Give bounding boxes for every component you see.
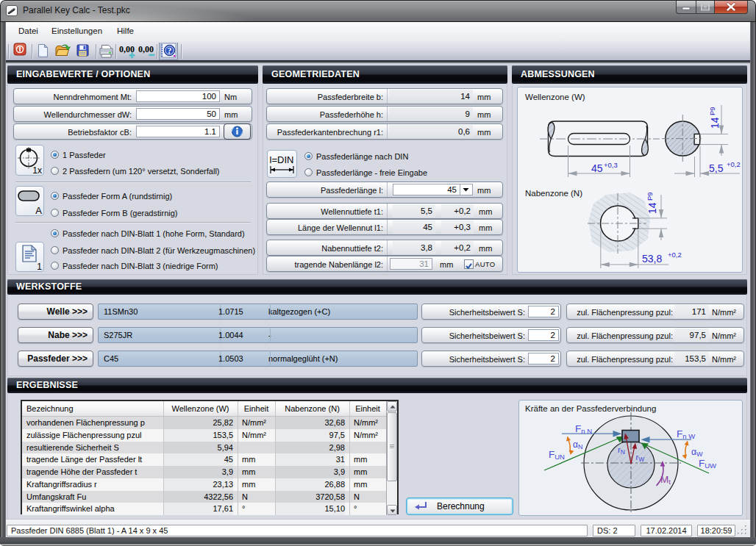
svg-text:FUW: FUW [699,458,716,470]
svg-text:FUN: FUN [549,449,565,461]
svg-text:1x: 1x [32,165,42,175]
svg-text:Fn N: Fn N [575,423,592,435]
svg-text:0,00: 0,00 [138,44,154,54]
svg-text:14: 14 [709,117,721,129]
svg-text:Fn W: Fn W [677,428,695,440]
svg-text:+0,2: +0,2 [727,160,741,168]
svg-text:1: 1 [37,262,42,271]
svg-text:Kräfte an der Passfederverbind: Kräfte an der Passfederverbindung [525,404,656,413]
svg-text:Wellenzone (W): Wellenzone (W) [525,93,585,101]
svg-text:5,5: 5,5 [709,162,724,174]
svg-text:Nabenzone (N): Nabenzone (N) [525,189,582,198]
svg-text:45: 45 [591,162,603,174]
svg-text:P9: P9 [646,192,654,201]
svg-text:+0,2: +0,2 [668,251,682,259]
svg-text:P9: P9 [708,107,716,115]
svg-text:A: A [35,205,42,215]
svg-text:53,8: 53,8 [642,253,662,265]
svg-text:14: 14 [646,202,658,214]
svg-text:αN: αN [573,439,582,450]
svg-text:αW: αW [691,447,703,458]
svg-text:l=DIN: l=DIN [270,154,294,165]
svg-text:+0,3: +0,3 [604,161,618,169]
svg-text:?: ? [168,46,172,56]
